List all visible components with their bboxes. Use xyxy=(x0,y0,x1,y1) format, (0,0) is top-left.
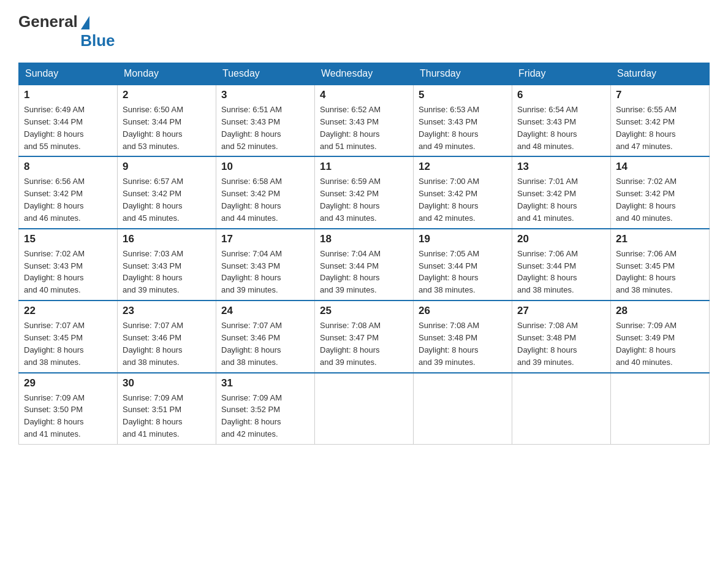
day-number: 24 xyxy=(221,305,309,317)
week-row-5: 29 Sunrise: 7:09 AMSunset: 3:50 PMDaylig… xyxy=(19,373,710,445)
day-info: Sunrise: 7:00 AMSunset: 3:42 PMDaylight:… xyxy=(419,177,479,223)
calendar-cell: 4 Sunrise: 6:52 AMSunset: 3:43 PMDayligh… xyxy=(315,85,414,156)
day-number: 26 xyxy=(419,305,507,317)
calendar-cell: 20 Sunrise: 7:06 AMSunset: 3:44 PMDaylig… xyxy=(512,229,611,301)
calendar-cell: 13 Sunrise: 7:01 AMSunset: 3:42 PMDaylig… xyxy=(512,156,611,228)
calendar-cell: 6 Sunrise: 6:54 AMSunset: 3:43 PMDayligh… xyxy=(512,85,611,156)
calendar-cell: 29 Sunrise: 7:09 AMSunset: 3:50 PMDaylig… xyxy=(19,373,118,445)
page-header: General Blue xyxy=(18,12,710,50)
weekday-header-sunday: Sunday xyxy=(19,63,118,85)
day-info: Sunrise: 7:06 AMSunset: 3:45 PMDaylight:… xyxy=(616,249,677,295)
day-number: 4 xyxy=(320,89,408,101)
day-info: Sunrise: 7:09 AMSunset: 3:49 PMDaylight:… xyxy=(616,321,677,367)
calendar-cell: 18 Sunrise: 7:04 AMSunset: 3:44 PMDaylig… xyxy=(315,229,414,301)
calendar-cell xyxy=(611,373,710,445)
logo-triangle-icon xyxy=(81,16,89,29)
day-number: 20 xyxy=(517,233,605,245)
day-info: Sunrise: 7:03 AMSunset: 3:43 PMDaylight:… xyxy=(123,249,183,295)
day-info: Sunrise: 7:08 AMSunset: 3:48 PMDaylight:… xyxy=(419,321,479,367)
calendar-cell: 24 Sunrise: 7:07 AMSunset: 3:46 PMDaylig… xyxy=(216,301,315,372)
day-info: Sunrise: 7:04 AMSunset: 3:44 PMDaylight:… xyxy=(320,249,381,295)
day-info: Sunrise: 7:09 AMSunset: 3:52 PMDaylight:… xyxy=(221,393,282,439)
day-info: Sunrise: 6:53 AMSunset: 3:43 PMDaylight:… xyxy=(419,105,479,151)
calendar-cell: 22 Sunrise: 7:07 AMSunset: 3:45 PMDaylig… xyxy=(19,301,118,372)
day-info: Sunrise: 7:07 AMSunset: 3:45 PMDaylight:… xyxy=(24,321,85,367)
day-info: Sunrise: 6:51 AMSunset: 3:43 PMDaylight:… xyxy=(221,105,282,151)
day-info: Sunrise: 6:49 AMSunset: 3:44 PMDaylight:… xyxy=(24,105,85,151)
calendar-cell xyxy=(315,373,414,445)
calendar-cell: 9 Sunrise: 6:57 AMSunset: 3:42 PMDayligh… xyxy=(118,156,216,228)
calendar-cell: 23 Sunrise: 7:07 AMSunset: 3:46 PMDaylig… xyxy=(118,301,216,372)
day-info: Sunrise: 7:02 AMSunset: 3:42 PMDaylight:… xyxy=(616,177,677,223)
calendar-cell: 19 Sunrise: 7:05 AMSunset: 3:44 PMDaylig… xyxy=(414,229,512,301)
day-info: Sunrise: 7:08 AMSunset: 3:48 PMDaylight:… xyxy=(517,321,578,367)
day-info: Sunrise: 6:54 AMSunset: 3:43 PMDaylight:… xyxy=(517,105,578,151)
calendar-cell: 2 Sunrise: 6:50 AMSunset: 3:44 PMDayligh… xyxy=(118,85,216,156)
day-number: 23 xyxy=(123,305,211,317)
calendar-cell: 26 Sunrise: 7:08 AMSunset: 3:48 PMDaylig… xyxy=(414,301,512,372)
day-number: 25 xyxy=(320,305,408,317)
day-number: 13 xyxy=(517,161,605,173)
day-number: 18 xyxy=(320,233,408,245)
day-info: Sunrise: 7:09 AMSunset: 3:51 PMDaylight:… xyxy=(123,393,183,439)
calendar-cell: 11 Sunrise: 6:59 AMSunset: 3:42 PMDaylig… xyxy=(315,156,414,228)
logo-general-text: General xyxy=(18,12,78,31)
calendar-cell xyxy=(512,373,611,445)
calendar-cell: 15 Sunrise: 7:02 AMSunset: 3:43 PMDaylig… xyxy=(19,229,118,301)
calendar-cell: 28 Sunrise: 7:09 AMSunset: 3:49 PMDaylig… xyxy=(611,301,710,372)
day-number: 14 xyxy=(616,161,704,173)
week-row-3: 15 Sunrise: 7:02 AMSunset: 3:43 PMDaylig… xyxy=(19,229,710,301)
week-row-4: 22 Sunrise: 7:07 AMSunset: 3:45 PMDaylig… xyxy=(19,301,710,372)
day-number: 30 xyxy=(123,377,211,389)
day-number: 11 xyxy=(320,161,408,173)
calendar-cell: 10 Sunrise: 6:58 AMSunset: 3:42 PMDaylig… xyxy=(216,156,315,228)
weekday-header-thursday: Thursday xyxy=(414,63,512,85)
day-info: Sunrise: 7:07 AMSunset: 3:46 PMDaylight:… xyxy=(123,321,183,367)
day-number: 28 xyxy=(616,305,704,317)
calendar-cell: 30 Sunrise: 7:09 AMSunset: 3:51 PMDaylig… xyxy=(118,373,216,445)
day-number: 9 xyxy=(123,161,211,173)
day-number: 15 xyxy=(24,233,112,245)
day-number: 2 xyxy=(123,89,211,101)
day-number: 16 xyxy=(123,233,211,245)
weekday-header-monday: Monday xyxy=(118,63,216,85)
day-info: Sunrise: 6:58 AMSunset: 3:42 PMDaylight:… xyxy=(221,177,282,223)
day-info: Sunrise: 7:09 AMSunset: 3:50 PMDaylight:… xyxy=(24,393,85,439)
week-row-1: 1 Sunrise: 6:49 AMSunset: 3:44 PMDayligh… xyxy=(19,85,710,156)
calendar-table: SundayMondayTuesdayWednesdayThursdayFrid… xyxy=(18,63,710,445)
calendar-cell: 7 Sunrise: 6:55 AMSunset: 3:42 PMDayligh… xyxy=(611,85,710,156)
day-info: Sunrise: 6:52 AMSunset: 3:43 PMDaylight:… xyxy=(320,105,381,151)
calendar-cell: 1 Sunrise: 6:49 AMSunset: 3:44 PMDayligh… xyxy=(19,85,118,156)
day-number: 1 xyxy=(24,89,112,101)
calendar-cell: 5 Sunrise: 6:53 AMSunset: 3:43 PMDayligh… xyxy=(414,85,512,156)
calendar-cell: 14 Sunrise: 7:02 AMSunset: 3:42 PMDaylig… xyxy=(611,156,710,228)
logo: General Blue xyxy=(18,12,115,50)
weekday-header-saturday: Saturday xyxy=(611,63,710,85)
day-info: Sunrise: 6:59 AMSunset: 3:42 PMDaylight:… xyxy=(320,177,381,223)
day-info: Sunrise: 7:01 AMSunset: 3:42 PMDaylight:… xyxy=(517,177,578,223)
day-number: 17 xyxy=(221,233,309,245)
day-number: 7 xyxy=(616,89,704,101)
day-number: 3 xyxy=(221,89,309,101)
calendar-cell xyxy=(414,373,512,445)
day-number: 21 xyxy=(616,233,704,245)
day-number: 10 xyxy=(221,161,309,173)
calendar-cell: 31 Sunrise: 7:09 AMSunset: 3:52 PMDaylig… xyxy=(216,373,315,445)
day-info: Sunrise: 6:50 AMSunset: 3:44 PMDaylight:… xyxy=(123,105,183,151)
calendar-cell: 3 Sunrise: 6:51 AMSunset: 3:43 PMDayligh… xyxy=(216,85,315,156)
week-row-2: 8 Sunrise: 6:56 AMSunset: 3:42 PMDayligh… xyxy=(19,156,710,228)
day-number: 8 xyxy=(24,161,112,173)
day-info: Sunrise: 7:02 AMSunset: 3:43 PMDaylight:… xyxy=(24,249,85,295)
weekday-header-wednesday: Wednesday xyxy=(315,63,414,85)
day-info: Sunrise: 7:07 AMSunset: 3:46 PMDaylight:… xyxy=(221,321,282,367)
weekday-header-tuesday: Tuesday xyxy=(216,63,315,85)
day-number: 31 xyxy=(221,377,309,389)
logo-blue-text: Blue xyxy=(18,31,115,50)
day-info: Sunrise: 7:08 AMSunset: 3:47 PMDaylight:… xyxy=(320,321,381,367)
calendar-cell: 16 Sunrise: 7:03 AMSunset: 3:43 PMDaylig… xyxy=(118,229,216,301)
day-info: Sunrise: 6:55 AMSunset: 3:42 PMDaylight:… xyxy=(616,105,677,151)
day-number: 19 xyxy=(419,233,507,245)
day-number: 27 xyxy=(517,305,605,317)
day-info: Sunrise: 6:56 AMSunset: 3:42 PMDaylight:… xyxy=(24,177,85,223)
calendar-cell: 8 Sunrise: 6:56 AMSunset: 3:42 PMDayligh… xyxy=(19,156,118,228)
